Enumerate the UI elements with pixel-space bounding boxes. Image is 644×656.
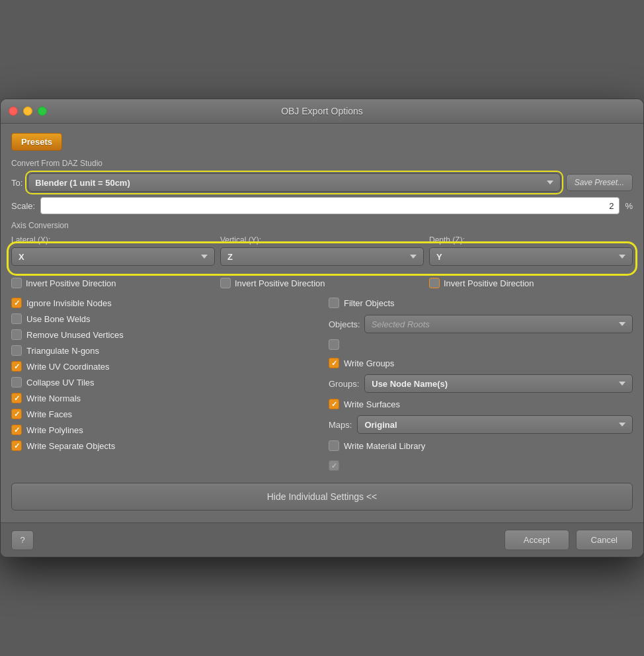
preset-value: Blender (1 unit = 50cm) bbox=[35, 178, 130, 188]
groups-row: Groups: Use Node Name(s) bbox=[329, 374, 633, 393]
axis-label-row: Lateral (X): Vertical (Y): Depth (Z): bbox=[11, 235, 633, 245]
invert-row: Invert Positive Direction Invert Positiv… bbox=[11, 278, 633, 288]
right-options: Filter Objects Objects: Selected Roots bbox=[329, 295, 633, 473]
traffic-lights bbox=[9, 106, 47, 116]
vertical-dropdown[interactable]: Z bbox=[220, 247, 424, 266]
option-write-material-library: Write Material Library bbox=[329, 438, 633, 454]
vertical-label: Vertical (Y): bbox=[220, 235, 424, 245]
label-write-polylines: Write Polylines bbox=[26, 425, 83, 435]
extra-checkbox[interactable] bbox=[329, 460, 339, 471]
help-icon: ? bbox=[20, 535, 24, 545]
presets-button[interactable]: Presets bbox=[11, 133, 62, 151]
close-button[interactable] bbox=[9, 106, 18, 116]
checkbox-remove-unused[interactable] bbox=[11, 329, 22, 340]
option-ignore-invisible: Ignore Invisible Nodes bbox=[11, 295, 315, 311]
window-title: OBJ Export Options bbox=[281, 106, 363, 116]
option-filter-objects: Filter Objects bbox=[329, 295, 633, 311]
checkbox-write-faces[interactable] bbox=[11, 409, 22, 419]
option-bone-welds: Use Bone Welds bbox=[11, 311, 315, 327]
invert-label-2: Invert Positive Direction bbox=[235, 278, 325, 288]
hide-settings-button[interactable]: Hide Individual Settings << bbox=[11, 483, 633, 511]
maps-row: Maps: Original bbox=[329, 415, 633, 434]
checkbox-write-uv[interactable] bbox=[11, 361, 22, 372]
depth-value: Y bbox=[436, 252, 442, 262]
accept-button[interactable]: Accept bbox=[504, 530, 569, 550]
invert-checkbox-1[interactable] bbox=[11, 278, 22, 288]
maps-dropdown[interactable]: Original bbox=[357, 415, 633, 434]
label-write-surfaces: Write Surfaces bbox=[344, 399, 400, 409]
option-write-polylines: Write Polylines bbox=[11, 422, 315, 438]
lateral-label: Lateral (X): bbox=[11, 235, 215, 245]
section-label: Convert From DAZ Studio bbox=[11, 159, 633, 168]
invert-checkbox-3[interactable] bbox=[429, 278, 440, 288]
option-write-groups: Write Groups bbox=[329, 356, 633, 370]
objects-value: Selected Roots bbox=[372, 319, 430, 329]
checkbox-triangulate[interactable] bbox=[11, 345, 22, 356]
titlebar: OBJ Export Options bbox=[1, 99, 643, 124]
scale-unit: % bbox=[625, 201, 633, 211]
groups-value: Use Node Name(s) bbox=[372, 379, 448, 389]
main-window: OBJ Export Options Presets Convert From … bbox=[0, 99, 644, 557]
checkbox-write-normals[interactable] bbox=[11, 393, 22, 403]
axis-dropdowns-row: X Z Y bbox=[11, 247, 633, 266]
label-write-faces: Write Faces bbox=[26, 409, 72, 419]
lateral-dropdown[interactable]: X bbox=[11, 247, 215, 266]
invert-checkbox-2[interactable] bbox=[220, 278, 231, 288]
main-options: Ignore Invisible Nodes Use Bone Welds Re… bbox=[11, 295, 633, 473]
label-collapse-uv: Collapse UV Tiles bbox=[26, 378, 95, 388]
scale-input[interactable] bbox=[40, 197, 620, 214]
checkbox-write-surfaces[interactable] bbox=[329, 399, 339, 409]
option-write-surfaces: Write Surfaces bbox=[329, 397, 633, 411]
checkbox-bone-welds[interactable] bbox=[11, 313, 22, 324]
bottom-bar: ? Accept Cancel bbox=[1, 522, 643, 557]
lateral-arrow-icon bbox=[201, 255, 208, 259]
checkbox-write-material-library[interactable] bbox=[329, 440, 339, 451]
label-write-normals: Write Normals bbox=[26, 393, 81, 403]
groups-arrow-icon bbox=[619, 382, 625, 386]
objects-label: Objects: bbox=[329, 319, 360, 329]
cancel-button[interactable]: Cancel bbox=[576, 530, 633, 550]
scale-label: Scale: bbox=[11, 201, 35, 211]
depth-dropdown[interactable]: Y bbox=[429, 247, 633, 266]
label-ignore-invisible: Ignore Invisible Nodes bbox=[26, 298, 112, 308]
left-options: Ignore Invisible Nodes Use Bone Welds Re… bbox=[11, 295, 315, 473]
option-write-faces: Write Faces bbox=[11, 406, 315, 422]
maximize-button[interactable] bbox=[38, 106, 47, 116]
checkbox-write-polylines[interactable] bbox=[11, 425, 22, 435]
checkbox-write-separate[interactable] bbox=[11, 440, 22, 451]
checkbox-write-groups[interactable] bbox=[329, 358, 339, 368]
label-write-separate: Write Separate Objects bbox=[26, 441, 115, 451]
checkbox-ignore-invisible[interactable] bbox=[11, 298, 22, 308]
standalone-checkbox-row bbox=[329, 337, 633, 352]
invert-label-1: Invert Positive Direction bbox=[26, 278, 116, 288]
save-preset-button[interactable]: Save Preset... bbox=[566, 174, 633, 191]
option-remove-unused: Remove Unused Vertices bbox=[11, 327, 315, 343]
scale-row: Scale: % bbox=[11, 197, 633, 214]
depth-label: Depth (Z): bbox=[429, 235, 633, 245]
standalone-checkbox[interactable] bbox=[329, 339, 339, 350]
objects-row: Objects: Selected Roots bbox=[329, 315, 633, 333]
vertical-value: Z bbox=[227, 252, 233, 262]
invert-cell-2: Invert Positive Direction bbox=[220, 278, 424, 288]
label-filter-objects: Filter Objects bbox=[344, 298, 395, 308]
objects-dropdown[interactable]: Selected Roots bbox=[364, 315, 633, 333]
help-button[interactable]: ? bbox=[11, 530, 34, 550]
maps-arrow-icon bbox=[619, 423, 625, 427]
label-write-groups: Write Groups bbox=[344, 358, 394, 368]
invert-cell-1: Invert Positive Direction bbox=[11, 278, 215, 288]
checkbox-filter-objects[interactable] bbox=[329, 298, 339, 308]
objects-arrow-icon bbox=[619, 322, 625, 326]
option-write-separate: Write Separate Objects bbox=[11, 438, 315, 454]
label-write-uv: Write UV Coordinates bbox=[26, 362, 109, 372]
option-collapse-uv: Collapse UV Tiles bbox=[11, 374, 315, 390]
minimize-button[interactable] bbox=[23, 106, 32, 116]
axis-section: Axis Conversion Lateral (X): Vertical (Y… bbox=[11, 221, 633, 271]
preset-arrow-icon bbox=[547, 181, 553, 184]
checkbox-collapse-uv[interactable] bbox=[11, 377, 22, 388]
label-bone-welds: Use Bone Welds bbox=[26, 314, 91, 324]
preset-dropdown[interactable]: Blender (1 unit = 50cm) bbox=[28, 173, 560, 192]
action-buttons: Accept Cancel bbox=[504, 530, 633, 550]
groups-dropdown[interactable]: Use Node Name(s) bbox=[364, 374, 633, 393]
option-write-uv: Write UV Coordinates bbox=[11, 358, 315, 374]
maps-label: Maps: bbox=[329, 420, 352, 430]
